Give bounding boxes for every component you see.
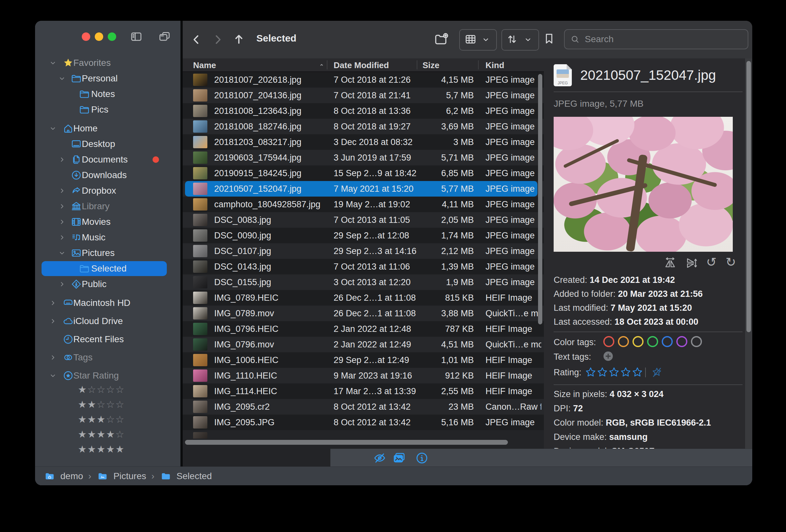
table-row[interactable]: 20190603_175944.jpg3 Jun 2019 at 17:595,… (183, 150, 544, 165)
sidebar-item-rating-3[interactable]: ★★★☆☆ (35, 413, 181, 428)
back-button[interactable] (190, 33, 203, 46)
zoom-window-button[interactable] (108, 32, 116, 41)
color-tag-button[interactable] (662, 336, 673, 347)
table-row[interactable]: DSC_0090.jpg29 Sep 2…at 12:081,74 MBJPEG… (183, 228, 544, 243)
sidebar-item-macintosh-hd[interactable]: Macintosh HD (35, 295, 181, 310)
chevron-right-icon[interactable] (59, 156, 66, 163)
chevron-right-icon[interactable] (59, 234, 66, 241)
table-row[interactable]: 20190915_184245.jpg15 Sep 2…9 at 18:426,… (183, 165, 544, 181)
sidebar-item-rating-5[interactable]: ★★★★★ (35, 443, 181, 458)
sidebar-divider[interactable] (181, 21, 183, 466)
table-row[interactable]: 20181203_083217.jpg3 Dec 2018 at 08:323 … (183, 134, 544, 150)
table-row[interactable]: DSC_0083.jpg7 Oct 2013 at 11:052,05 MBJP… (183, 212, 544, 228)
chevron-right-icon[interactable] (59, 187, 66, 194)
sidebar-item-downloads[interactable]: Downloads (35, 168, 181, 183)
sidebar-item-public[interactable]: Public (35, 277, 181, 292)
sidebar-item-tags[interactable]: Tags (35, 350, 181, 365)
table-row[interactable]: IMG_0789.HEIC26 Dec 2…1 at 11:08815 KBHE… (183, 290, 544, 306)
breadcrumb-segment[interactable]: Selected (177, 471, 212, 481)
column-header-name[interactable]: Name (193, 61, 216, 70)
color-tag-button[interactable] (691, 336, 702, 347)
table-row[interactable]: DSC_0143.jpg7 Oct 2013 at 11:061,39 MBJP… (183, 259, 544, 274)
color-tag-button[interactable] (603, 336, 614, 347)
color-tag-button[interactable] (618, 336, 629, 347)
sidebar-item-icloud-drive[interactable]: iCloud Drive (35, 314, 181, 329)
chevron-right-icon[interactable] (59, 281, 66, 288)
minimize-window-button[interactable] (95, 32, 103, 41)
chevron-down-icon[interactable] (59, 75, 66, 82)
table-row[interactable]: IMG_2095.JPG8 Oct 2012 at 13:425,16 MBJP… (183, 415, 544, 430)
sidebar-item-selected[interactable]: Selected (35, 261, 181, 276)
preview-image[interactable] (554, 117, 733, 252)
sidebar-item-rating-1[interactable]: ★☆☆☆☆ (35, 383, 181, 398)
table-row[interactable]: 20181007_204136.jpg7 Oct 2018 at 21:415,… (183, 88, 544, 103)
horizontal-scrollbar[interactable] (185, 440, 508, 445)
table-row[interactable]: DSC_0107.jpg29 Sep 2…3 at 14:162,12 MBJP… (183, 243, 544, 259)
table-row[interactable]: 20181008_123643.jpg8 Oct 2018 at 13:366,… (183, 103, 544, 119)
clear-rating-icon[interactable] (651, 367, 663, 378)
column-header-date[interactable]: Date Modified (333, 61, 389, 70)
rating-star-button[interactable] (631, 367, 643, 378)
table-row[interactable]: IMG_0796.mov2 Jan 2022 at 12:494,51 MBQu… (183, 337, 544, 352)
color-tag-button[interactable] (676, 336, 687, 347)
add-tag-button[interactable] (602, 350, 614, 362)
rating-star-button[interactable] (597, 367, 608, 378)
forward-button[interactable] (211, 33, 224, 46)
preview-scrollbar[interactable] (746, 61, 751, 332)
table-row[interactable]: IMG_2095.cr28 Oct 2012 at 13:4223 MBCano… (183, 399, 544, 415)
rotate-ccw-icon[interactable]: ↺ (706, 255, 717, 269)
column-divider[interactable] (327, 61, 327, 69)
sidebar-item-notes[interactable]: Notes (35, 87, 181, 101)
sidebar-item-favorites[interactable]: Favorites (35, 55, 181, 70)
sidebar-item-music[interactable]: Music (35, 230, 181, 245)
breadcrumb-segment[interactable]: demo (60, 471, 83, 481)
column-header-size[interactable]: Size (422, 61, 439, 70)
chevron-right-icon[interactable] (49, 299, 56, 307)
chevron-down-icon[interactable] (49, 372, 56, 379)
table-row[interactable]: camphoto_1804928587.jpg19 May 2…at 19:02… (183, 197, 544, 212)
toggle-sidebar-icon[interactable] (130, 30, 142, 43)
table-row[interactable]: IMG_0796.HEIC2 Jan 2022 at 12:48787 KBHE… (183, 321, 544, 337)
sidebar-item-movies[interactable]: Movies (35, 214, 181, 229)
up-button[interactable] (232, 32, 246, 46)
chevron-down-icon[interactable] (59, 249, 66, 257)
chevron-right-icon[interactable] (59, 218, 66, 225)
sidebar-item-rating-2[interactable]: ★★☆☆☆ (35, 398, 181, 413)
table-row[interactable]: IMG_1114.HEIC17 Mar 2…3 at 13:392,55 MBH… (183, 383, 544, 399)
table-row[interactable]: DSC_0155.jpg3 Oct 2013 at 12:201,9 MBJPE… (183, 274, 544, 290)
color-tag-button[interactable] (647, 336, 658, 347)
sidebar-item-personal[interactable]: Personal (35, 71, 181, 86)
rating-star-button[interactable] (608, 367, 620, 378)
sidebar-item-star-rating[interactable]: Star Rating (35, 368, 181, 383)
chevron-right-icon[interactable] (49, 318, 56, 325)
color-tag-button[interactable] (632, 336, 644, 347)
column-header-kind[interactable]: Kind (485, 61, 504, 70)
tab-overview-icon[interactable] (158, 30, 171, 43)
sidebar-item-dropbox[interactable]: Dropbox (35, 183, 181, 198)
search-input[interactable] (584, 34, 728, 45)
column-divider[interactable] (417, 61, 417, 69)
flip-horizontal-icon[interactable] (663, 256, 677, 270)
sidebar-item-pictures[interactable]: Pictures (35, 246, 181, 261)
info-icon[interactable] (415, 451, 429, 465)
sidebar-item-desktop[interactable]: Desktop (35, 137, 181, 151)
chevron-down-icon[interactable] (49, 59, 56, 67)
table-row[interactable]: IMG_1110.HEIC9 Mar 2023 at 19:16912 KBHE… (183, 368, 544, 383)
vertical-scrollbar[interactable] (538, 74, 542, 324)
view-mode-button[interactable] (459, 29, 497, 51)
search-field[interactable] (564, 29, 748, 49)
table-row[interactable]: 20181008_182746.jpg8 Oct 2018 at 19:273,… (183, 119, 544, 134)
hidden-files-icon[interactable] (373, 451, 387, 465)
table-row-partial[interactable] (183, 430, 544, 439)
table-row[interactable]: 20181007_202618.jpg7 Oct 2018 at 21:264,… (183, 72, 544, 88)
breadcrumb-segment[interactable]: Pictures (113, 471, 146, 481)
rating-star-button[interactable] (585, 367, 597, 378)
sidebar-item-recent-files[interactable]: Recent Files (35, 332, 181, 347)
rotate-cw-icon[interactable]: ↻ (726, 255, 736, 269)
flip-vertical-icon[interactable] (685, 256, 698, 270)
close-window-button[interactable] (82, 32, 90, 41)
sidebar-item-library[interactable]: Library (35, 199, 181, 214)
sidebar-item-pics[interactable]: Pics (35, 102, 181, 117)
gallery-icon[interactable] (392, 451, 406, 465)
sidebar-item-documents[interactable]: Documents (35, 152, 181, 167)
